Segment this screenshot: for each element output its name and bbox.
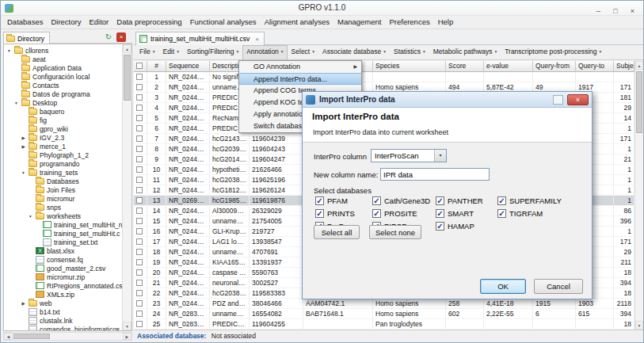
tree-item-comandos-bioinformaticos-2[interactable]: comandos_bioinformaticos 2: [4, 325, 122, 330]
sidebar-vertical-scrollbar[interactable]: ▲ ▼: [122, 44, 131, 330]
menubar-item-preferences[interactable]: Preferences: [385, 16, 433, 26]
row-checkbox[interactable]: [136, 249, 143, 255]
header-cell-query-to[interactable]: Query-to: [576, 61, 614, 72]
row-checkbox[interactable]: [136, 228, 143, 234]
toolbar-item-statistics[interactable]: Statistics▾: [390, 45, 429, 59]
header-cell-species[interactable]: Species: [373, 61, 446, 72]
row-checkbox[interactable]: [136, 84, 143, 90]
row-checkbox[interactable]: [136, 259, 143, 265]
toolbar-item-select[interactable]: Select▾: [288, 45, 318, 59]
tree-item-consense-fq[interactable]: consense.fq: [4, 255, 122, 264]
row-checkbox[interactable]: [136, 146, 143, 152]
toolbar-item-file[interactable]: File▾: [135, 45, 158, 59]
scroll-down-icon[interactable]: ▼: [635, 321, 643, 330]
row-checkbox[interactable]: [136, 177, 143, 183]
menu-item-append-interpro-data[interactable]: Append InterPro data...: [239, 73, 361, 85]
tree-item-igv-2-3[interactable]: ▶IGV_2.3: [4, 133, 122, 142]
tree-item-application-data[interactable]: Application Data: [4, 63, 122, 72]
tree-item-baquero[interactable]: baquero: [4, 107, 122, 116]
db-checkbox-tigrfam[interactable]: ✓TIGRFAM: [497, 209, 574, 218]
db-checkbox-cath-gene3d[interactable]: ✓Cath/Gene3D: [372, 196, 436, 205]
tree-item-gpro-wiki[interactable]: gpro_wiki: [4, 124, 122, 133]
row-checkbox[interactable]: [136, 300, 143, 307]
tree-item-blast-xlsx[interactable]: blast.xlsx: [4, 246, 122, 255]
select-all-checkbox[interactable]: [136, 63, 143, 69]
db-checkbox-panther[interactable]: ✓PANTHER: [436, 196, 497, 205]
row-checkbox[interactable]: [136, 311, 143, 317]
scrollbar-thumb[interactable]: [636, 71, 642, 133]
row-checkbox[interactable]: [136, 187, 143, 193]
tree-item-aeat[interactable]: aeat: [4, 55, 122, 63]
tree-item-databases[interactable]: Databases: [4, 177, 122, 185]
tree-item-worksheets[interactable]: ▾worksheets: [4, 212, 122, 220]
tree-item-ripregions-annotated-csv[interactable]: RIPregions_annotated.csv: [4, 281, 122, 290]
new-column-input[interactable]: [380, 168, 490, 181]
db-checkbox-superfamily[interactable]: ✓SUPERFAMILY: [497, 196, 574, 205]
cancel-button[interactable]: Cancel: [534, 279, 583, 294]
minimize-button[interactable]: –: [592, 6, 605, 17]
tree-item-join-files[interactable]: Join Files: [4, 185, 122, 194]
row-checkbox[interactable]: [136, 269, 143, 276]
sidebar-horizontal-scrollbar[interactable]: ◀ ▶: [3, 332, 132, 341]
row-checkbox[interactable]: [136, 105, 143, 111]
menubar-item-functional-analyses[interactable]: Functional analyses: [186, 16, 261, 26]
dialog-close-button[interactable]: ×: [567, 94, 589, 105]
row-checkbox[interactable]: [136, 115, 143, 121]
dialog-detach-icon[interactable]: [553, 95, 563, 105]
table-row[interactable]: 25NR_028327 1PREDICTED: hypothetical1196…: [134, 319, 634, 330]
scroll-left-icon[interactable]: ◀: [4, 333, 13, 340]
close-button[interactable]: ×: [626, 6, 639, 17]
maximize-button[interactable]: □: [609, 6, 623, 17]
toolbar-item-sorting-filtering[interactable]: Sorting/Filtering▾: [183, 45, 242, 59]
db-checkbox-prosite[interactable]: ✓PROSITE: [372, 209, 436, 218]
db-checkbox-prints[interactable]: ✓PRINTS: [315, 209, 372, 218]
directory-tab[interactable]: Directory: [3, 32, 50, 44]
row-checkbox[interactable]: [136, 197, 143, 204]
table-row[interactable]: 24NR_028328 1unnamed protein product1655…: [134, 309, 634, 319]
select-all-button[interactable]: Select all: [314, 225, 360, 239]
menubar-item-directory[interactable]: Directory: [47, 16, 85, 26]
row-checkbox[interactable]: [136, 166, 143, 173]
tree-item-contacts[interactable]: Contacts: [4, 81, 122, 90]
header-cell-subject-from[interactable]: Subject-from: [614, 61, 634, 72]
tree-item-cllorens[interactable]: ▾cllorens: [4, 46, 122, 55]
menubar-item-editor[interactable]: Editor: [85, 16, 112, 26]
tree-item-training-set-multihit-c[interactable]: training_set_multiHit.c: [4, 229, 122, 238]
tree-item-micromur-zip[interactable]: micromur.zip: [4, 272, 122, 281]
row-checkbox[interactable]: [136, 238, 143, 245]
tree-item-xmls-zip[interactable]: XMLs.zip: [4, 290, 122, 299]
scroll-down-icon[interactable]: ▼: [123, 322, 131, 330]
scroll-right-icon[interactable]: ▶: [123, 333, 131, 340]
header-cell-sequence[interactable]: Sequence: [166, 61, 210, 72]
tree-item-datos-de-programa[interactable]: Datos de programa: [4, 90, 122, 98]
tree-item-desktop[interactable]: ▾Desktop: [4, 98, 122, 107]
menu-item-go-annotation[interactable]: GO Annotation▶: [239, 61, 361, 73]
header-cell-query-from[interactable]: Query-from: [533, 61, 576, 72]
table-row[interactable]: 23NR_024437 1PDZ and LIM domain 33804646…: [134, 299, 634, 309]
row-checkbox[interactable]: [136, 321, 143, 327]
tree-item-training-set-txt[interactable]: training_set.txt: [4, 238, 122, 246]
table-vertical-scrollbar[interactable]: ▲ ▼: [634, 61, 643, 330]
menubar-item-management[interactable]: Management: [333, 16, 385, 26]
db-checkbox-smart[interactable]: ✓SMART: [436, 209, 497, 218]
worksheet-tab[interactable]: training_set_multiHit_multiHit.csv ×: [135, 32, 265, 45]
db-checkbox-hamap[interactable]: ✓HAMAP: [436, 222, 497, 231]
tree-item-good-master-2-csv[interactable]: good_master_2.csv: [4, 264, 122, 272]
tab-close-icon[interactable]: ×: [255, 36, 259, 43]
row-checkbox[interactable]: [136, 280, 143, 286]
menubar-item-help[interactable]: Help: [434, 16, 458, 26]
menubar-item-data-preprocessing[interactable]: Data preprocessing: [112, 16, 185, 26]
db-checkbox-pfam[interactable]: ✓PFAM: [315, 196, 372, 205]
select-none-button[interactable]: Select none: [369, 225, 421, 239]
row-checkbox[interactable]: [136, 156, 143, 162]
scroll-up-icon[interactable]: ▲: [123, 44, 131, 53]
toolbar-item-transcriptome-post-processing[interactable]: Transcriptome post-processing▾: [501, 45, 605, 59]
row-checkbox[interactable]: [136, 74, 143, 80]
header-cell-col1[interactable]: #: [147, 61, 166, 72]
menubar-item-databases[interactable]: Databases: [3, 16, 47, 26]
tree-item-clustalx-lnk[interactable]: clustalx.lnk: [4, 316, 122, 325]
scrollbar-thumb[interactable]: [13, 333, 50, 339]
row-checkbox[interactable]: [136, 218, 143, 224]
tree-item-programando[interactable]: programando: [4, 159, 122, 168]
tree-item-training-set-multihit-n[interactable]: training_set_multiHit_n: [4, 220, 122, 229]
